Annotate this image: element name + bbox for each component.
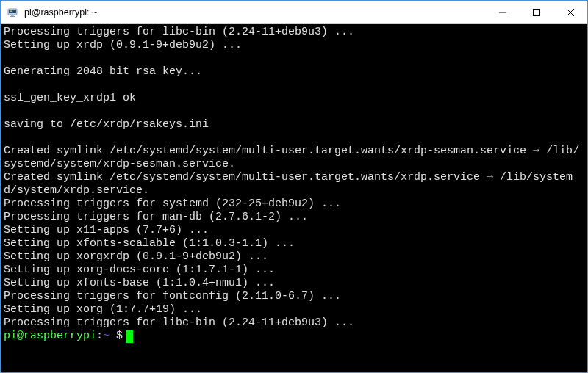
- close-button[interactable]: [553, 1, 587, 23]
- prompt-user: pi@raspberrypi: [4, 330, 96, 343]
- svg-rect-7: [534, 9, 540, 15]
- maximize-button[interactable]: [520, 1, 553, 23]
- window-title: pi@raspberrypi: ~: [23, 7, 486, 18]
- svg-rect-2: [11, 15, 14, 16]
- prompt-path: ~: [103, 330, 116, 343]
- minimize-button[interactable]: [486, 1, 520, 23]
- terminal-output: Processing triggers for libc-bin (2.24-1…: [4, 26, 579, 329]
- prompt-colon: :: [96, 330, 103, 343]
- window-controls: [486, 1, 587, 23]
- cursor-icon: [126, 330, 133, 343]
- svg-rect-3: [10, 16, 15, 17]
- putty-window: pi@raspberrypi: ~ Processing triggers fo…: [0, 0, 588, 373]
- titlebar[interactable]: pi@raspberrypi: ~: [1, 1, 587, 24]
- prompt-dollar: $: [116, 330, 123, 343]
- terminal[interactable]: Processing triggers for libc-bin (2.24-1…: [1, 24, 587, 372]
- putty-icon: [7, 7, 18, 18]
- prompt-line: pi@raspberrypi:~ $: [4, 330, 584, 343]
